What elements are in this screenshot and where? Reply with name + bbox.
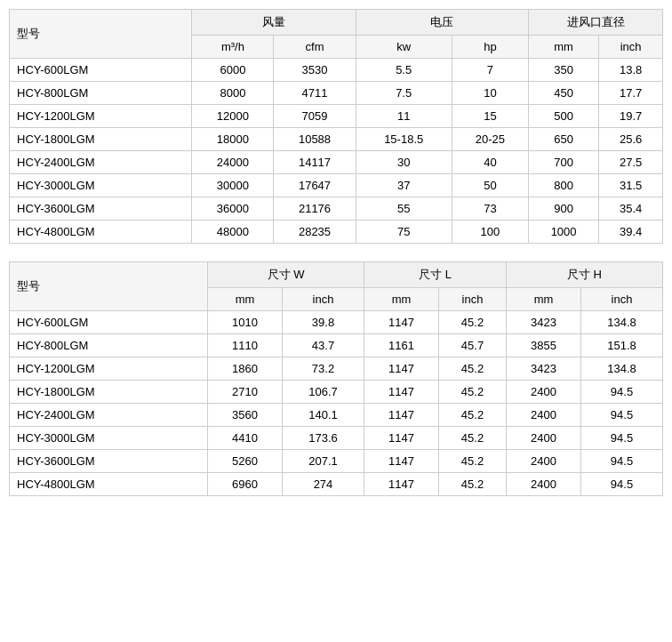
- h-mm-cell: 2400: [506, 473, 580, 496]
- mm-cell: 650: [529, 128, 599, 151]
- table1: 型号 风量 电压 进风口直径 m³/h cfm kw hp mm inch HC…: [9, 9, 663, 244]
- table-row: HCY-2400LGM 3560 140.1 1147 45.2 2400 94…: [10, 404, 663, 427]
- h-mm-cell: 2400: [506, 381, 580, 404]
- kw-cell: 30: [356, 151, 452, 174]
- inch-cell: 27.5: [599, 151, 663, 174]
- hp-cell: 40: [452, 151, 528, 174]
- model2-cell: HCY-800LGM: [10, 334, 208, 357]
- inch-cell: 39.4: [599, 221, 663, 244]
- table-row: HCY-800LGM 1110 43.7 1161 45.7 3855 151.…: [10, 334, 663, 357]
- h-inch-cell: 94.5: [580, 427, 662, 450]
- m3h-header: m³/h: [192, 36, 274, 59]
- m3h-cell: 8000: [192, 82, 274, 105]
- header2-row-1: 型号 尺寸 W 尺寸 L 尺寸 H: [10, 262, 663, 288]
- model2-cell: HCY-1800LGM: [10, 381, 208, 404]
- model2-cell: HCY-1200LGM: [10, 357, 208, 381]
- hp-cell: 7: [452, 59, 528, 82]
- mm-cell: 350: [529, 59, 599, 82]
- model-cell: HCY-1800LGM: [10, 128, 192, 151]
- table-row: HCY-800LGM 8000 4711 7.5 10 450 17.7: [10, 82, 663, 105]
- m3h-cell: 36000: [192, 197, 274, 221]
- cfm-cell: 10588: [274, 128, 356, 151]
- hp-cell: 100: [452, 221, 528, 244]
- table-row: HCY-1200LGM 12000 7059 11 15 500 19.7: [10, 105, 663, 128]
- h-inch-header: inch: [580, 288, 662, 311]
- table-row: HCY-3000LGM 30000 17647 37 50 800 31.5: [10, 174, 663, 197]
- h-mm-cell: 3423: [506, 357, 580, 381]
- model-cell: HCY-2400LGM: [10, 151, 192, 174]
- model-cell: HCY-600LGM: [10, 59, 192, 82]
- h-inch-cell: 94.5: [580, 381, 662, 404]
- m3h-cell: 12000: [192, 105, 274, 128]
- h-inch-cell: 134.8: [580, 311, 662, 334]
- w-mm-cell: 4410: [208, 427, 283, 450]
- table-row: HCY-3600LGM 36000 21176 55 73 900 35.4: [10, 197, 663, 221]
- kw-header: kw: [356, 36, 452, 59]
- hp-cell: 15: [452, 105, 528, 128]
- table-row: HCY-3600LGM 5260 207.1 1147 45.2 2400 94…: [10, 450, 663, 473]
- hp-cell: 73: [452, 197, 528, 221]
- table1-container: 型号 风量 电压 进风口直径 m³/h cfm kw hp mm inch HC…: [9, 9, 663, 244]
- header-row-1: 型号 风量 电压 进风口直径: [10, 10, 663, 36]
- l-header: 尺寸 L: [364, 262, 507, 288]
- model2-cell: HCY-3600LGM: [10, 450, 208, 473]
- l-inch-cell: 45.2: [438, 311, 506, 334]
- table2: 型号 尺寸 W 尺寸 L 尺寸 H mm inch mm inch mm inc…: [9, 261, 663, 496]
- h-inch-cell: 134.8: [580, 357, 662, 381]
- h-inch-cell: 94.5: [580, 450, 662, 473]
- w-header: 尺寸 W: [208, 262, 364, 288]
- inch-cell: 25.6: [599, 128, 663, 151]
- h-mm-cell: 2400: [506, 404, 580, 427]
- kw-cell: 37: [356, 174, 452, 197]
- model2-cell: HCY-4800LGM: [10, 473, 208, 496]
- mm-cell: 700: [529, 151, 599, 174]
- inch-cell: 35.4: [599, 197, 663, 221]
- h-mm-cell: 3855: [506, 334, 580, 357]
- inch-cell: 13.8: [599, 59, 663, 82]
- l-inch-cell: 45.2: [438, 357, 506, 381]
- l-mm-cell: 1161: [364, 334, 439, 357]
- h-inch-cell: 94.5: [580, 473, 662, 496]
- table2-container: 型号 尺寸 W 尺寸 L 尺寸 H mm inch mm inch mm inc…: [9, 261, 663, 496]
- cfm-cell: 17647: [274, 174, 356, 197]
- mm-cell: 1000: [529, 221, 599, 244]
- l-mm-cell: 1147: [364, 404, 439, 427]
- w-inch-cell: 106.7: [282, 381, 364, 404]
- cfm-cell: 3530: [274, 59, 356, 82]
- model2-cell: HCY-3000LGM: [10, 427, 208, 450]
- model2-header: 型号: [10, 262, 208, 311]
- m3h-cell: 24000: [192, 151, 274, 174]
- w-mm-cell: 2710: [208, 381, 283, 404]
- kw-cell: 55: [356, 197, 452, 221]
- table-row: HCY-600LGM 1010 39.8 1147 45.2 3423 134.…: [10, 311, 663, 334]
- kw-cell: 15-18.5: [356, 128, 452, 151]
- l-inch-cell: 45.2: [438, 450, 506, 473]
- h-mm-cell: 3423: [506, 311, 580, 334]
- table-row: HCY-2400LGM 24000 14117 30 40 700 27.5: [10, 151, 663, 174]
- m3h-cell: 30000: [192, 174, 274, 197]
- table-row: HCY-3000LGM 4410 173.6 1147 45.2 2400 94…: [10, 427, 663, 450]
- kw-cell: 11: [356, 105, 452, 128]
- hp-cell: 20-25: [452, 128, 528, 151]
- kw-cell: 75: [356, 221, 452, 244]
- inch-cell: 19.7: [599, 105, 663, 128]
- l-mm-header: mm: [364, 288, 439, 311]
- h-mm-cell: 2400: [506, 427, 580, 450]
- w-mm-cell: 1860: [208, 357, 283, 381]
- m3h-cell: 18000: [192, 128, 274, 151]
- l-mm-cell: 1147: [364, 450, 439, 473]
- w-inch-cell: 207.1: [282, 450, 364, 473]
- mm-cell: 450: [529, 82, 599, 105]
- cfm-cell: 14117: [274, 151, 356, 174]
- table-row: HCY-4800LGM 6960 274 1147 45.2 2400 94.5: [10, 473, 663, 496]
- w-inch-cell: 73.2: [282, 357, 364, 381]
- l-inch-cell: 45.2: [438, 404, 506, 427]
- hp-cell: 10: [452, 82, 528, 105]
- table-row: HCY-1800LGM 18000 10588 15-18.5 20-25 65…: [10, 128, 663, 151]
- l-mm-cell: 1147: [364, 427, 439, 450]
- model2-cell: HCY-600LGM: [10, 311, 208, 334]
- w-mm-cell: 1110: [208, 334, 283, 357]
- mm-cell: 900: [529, 197, 599, 221]
- model-cell: HCY-3000LGM: [10, 174, 192, 197]
- mm-cell: 500: [529, 105, 599, 128]
